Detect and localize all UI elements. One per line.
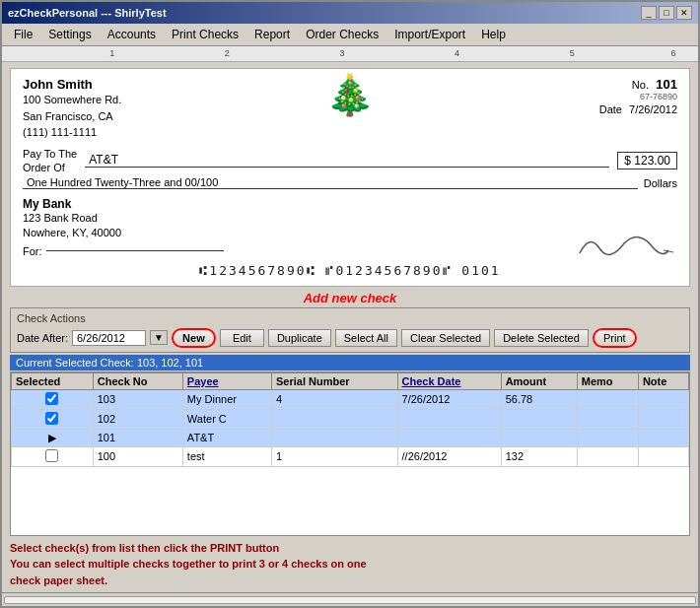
menu-order-checks[interactable]: Order Checks xyxy=(298,26,386,43)
col-memo[interactable]: Memo xyxy=(577,372,638,389)
col-selected[interactable]: Selected xyxy=(12,372,94,389)
menu-bar: File Settings Accounts Print Checks Repo… xyxy=(2,24,698,46)
clear-selected-button[interactable]: Clear Selected xyxy=(401,329,490,347)
row-checkbox[interactable] xyxy=(12,389,94,409)
row-amount xyxy=(501,409,577,429)
row-memo xyxy=(577,446,638,466)
restore-button[interactable]: □ xyxy=(659,6,674,20)
row-payee: My Dinner xyxy=(182,389,271,409)
row-check-no: 101 xyxy=(93,429,182,446)
row-payee: Water C xyxy=(182,409,271,429)
row-memo xyxy=(577,389,638,409)
check-actions-title: Check Actions xyxy=(17,312,683,324)
row-check-no: 100 xyxy=(93,446,182,466)
menu-settings[interactable]: Settings xyxy=(40,26,99,43)
edit-button[interactable]: Edit xyxy=(220,329,264,347)
row-serial: 1 xyxy=(272,446,398,466)
row-payee: test xyxy=(182,446,271,466)
check-name: John Smith xyxy=(23,77,121,92)
row-check-no: 103 xyxy=(93,389,182,409)
menu-help[interactable]: Help xyxy=(473,26,514,43)
row-serial: 4 xyxy=(272,389,398,409)
date-after-input[interactable] xyxy=(72,330,146,346)
for-row: For: xyxy=(23,245,224,257)
table-row: 102 Water C xyxy=(12,409,689,429)
col-date[interactable]: Check Date xyxy=(397,372,501,389)
row-payee: AT&T xyxy=(182,429,271,446)
row-note xyxy=(638,429,688,446)
duplicate-button[interactable]: Duplicate xyxy=(268,329,331,347)
row-checkbox[interactable] xyxy=(12,446,94,466)
new-button[interactable]: New xyxy=(172,328,216,348)
minimize-button[interactable]: _ xyxy=(641,6,657,20)
menu-print-checks[interactable]: Print Checks xyxy=(164,26,246,43)
ruler-marks: 1 2 3 4 5 6 xyxy=(22,46,698,61)
pay-to-row: Pay To The Order Of AT&T $ 123.00 xyxy=(23,147,677,175)
ruler: 1 2 3 4 5 6 xyxy=(2,46,698,62)
date-after-label: Date After: xyxy=(17,332,68,344)
check-display: 🎄 John Smith 100 Somewhere Rd. San Franc… xyxy=(10,68,690,287)
delete-selected-button[interactable]: Delete Selected xyxy=(494,329,589,347)
row-note xyxy=(638,446,688,466)
main-content: 🎄 John Smith 100 Somewhere Rd. San Franc… xyxy=(2,62,698,606)
row-arrow-cell: ▶ xyxy=(12,429,94,446)
title-bar: ezCheckPersonal --- ShirlyTest _ □ ✕ xyxy=(2,2,698,24)
main-window: ezCheckPersonal --- ShirlyTest _ □ ✕ Fil… xyxy=(0,0,700,608)
row-amount: 56.78 xyxy=(501,389,577,409)
amount-words-row: One Hundred Twenty-Three and 00/100 Doll… xyxy=(23,176,677,189)
current-selected-bar: Current Selected Check: 103, 102, 101 xyxy=(10,355,690,371)
check-date-section: Date 7/26/2012 xyxy=(599,103,677,115)
checks-table-wrapper: Selected Check No Payee Serial Number Ch… xyxy=(10,372,690,536)
signature-area xyxy=(575,229,673,268)
window-title: ezCheckPersonal --- ShirlyTest xyxy=(8,7,167,19)
table-row: 100 test 1 //26/2012 132 xyxy=(12,446,689,466)
table-row: ▶ 101 AT&T xyxy=(12,429,689,446)
row-date: 7/26/2012 xyxy=(397,389,501,409)
row-amount xyxy=(501,429,577,446)
row-date xyxy=(397,409,501,429)
payee-line: AT&T xyxy=(85,153,609,168)
menu-file[interactable]: File xyxy=(6,26,40,43)
row-amount: 132 xyxy=(501,446,577,466)
menu-report[interactable]: Report xyxy=(246,26,298,43)
row-check-no: 102 xyxy=(93,409,182,429)
scrollbar-track[interactable] xyxy=(4,596,696,604)
amount-words: One Hundred Twenty-Three and 00/100 xyxy=(23,176,638,189)
row-checkbox[interactable] xyxy=(12,409,94,429)
check-amount: $ 123.00 xyxy=(617,152,677,169)
check-micr-id: 67-76890 xyxy=(599,92,677,101)
bank-address: 123 Bank Road Nowhere, KY, 40000 xyxy=(23,211,224,241)
check-actions-section: Check Actions Date After: ▼ New Edit Dup… xyxy=(10,307,690,353)
menu-import-export[interactable]: Import/Export xyxy=(386,26,473,43)
col-payee[interactable]: Payee xyxy=(182,372,271,389)
for-line xyxy=(46,250,224,251)
row-serial xyxy=(272,409,398,429)
title-bar-buttons: _ □ ✕ xyxy=(641,6,692,20)
col-serial[interactable]: Serial Number xyxy=(272,372,398,389)
check-decoration: 🎄 xyxy=(325,75,375,114)
close-button[interactable]: ✕ xyxy=(676,6,692,20)
row-note xyxy=(638,409,688,429)
bottom-note: Select check(s) from list then click the… xyxy=(2,536,698,593)
dollars-label: Dollars xyxy=(644,177,677,189)
print-button[interactable]: Print xyxy=(593,328,637,348)
col-check-no[interactable]: Check No xyxy=(93,372,182,389)
row-note xyxy=(638,389,688,409)
col-note[interactable]: Note xyxy=(638,372,688,389)
add-new-check-label: Add new check xyxy=(304,291,397,305)
menu-accounts[interactable]: Accounts xyxy=(100,26,164,43)
horizontal-scrollbar[interactable] xyxy=(2,592,698,606)
checks-table: Selected Check No Payee Serial Number Ch… xyxy=(11,372,689,467)
date-dropdown-btn[interactable]: ▼ xyxy=(150,330,168,345)
row-memo xyxy=(577,429,638,446)
check-address: 100 Somewhere Rd. San Francisco, CA (111… xyxy=(23,92,121,141)
select-all-button[interactable]: Select All xyxy=(335,329,397,347)
check-owner: John Smith 100 Somewhere Rd. San Francis… xyxy=(23,77,121,141)
check-no-section: No. 101 67-76890 Date 7/26/2012 xyxy=(599,77,677,141)
col-amount[interactable]: Amount xyxy=(501,372,577,389)
row-date: //26/2012 xyxy=(397,446,501,466)
row-memo xyxy=(577,409,638,429)
actions-row: Date After: ▼ New Edit Duplicate Select … xyxy=(17,328,683,348)
table-row: 103 My Dinner 4 7/26/2012 56.78 xyxy=(12,389,689,409)
row-date xyxy=(397,429,501,446)
